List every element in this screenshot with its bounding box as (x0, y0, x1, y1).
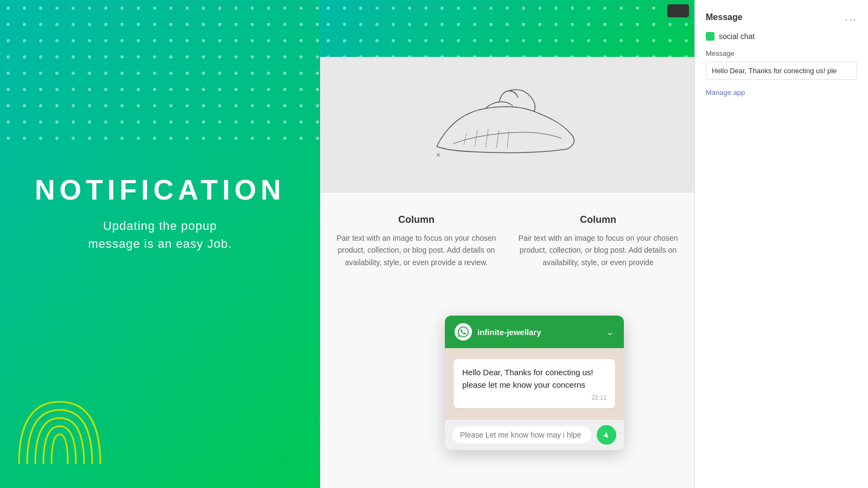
left-panel: NOTIFICATION Updating the popup message … (0, 0, 320, 488)
manage-app-link[interactable]: Manage app (706, 88, 857, 97)
message-section-label: Message (706, 49, 857, 57)
columns-area: Column Pair text with an image to focus … (320, 192, 694, 290)
svg-rect-1 (0, 0, 320, 146)
whatsapp-store-name: infinite-jewellary (477, 328, 541, 337)
top-dot-bar (320, 0, 694, 57)
message-bubble-text: Hello Dear, Thanks for conecting us! ple… (462, 367, 607, 391)
send-icon: ➤ (600, 429, 612, 441)
product-image-area: ✕ (320, 57, 694, 192)
sidebar-panel: Message ... social chat Message Manage a… (694, 0, 868, 488)
column-1: Column Pair text with an image to focus … (336, 214, 496, 268)
social-chat-icon (706, 32, 714, 41)
whatsapp-messages-area: Hello Dear, Thanks for conecting us! ple… (445, 348, 624, 419)
sidebar-header: Message ... (706, 11, 857, 23)
column-2-title: Column (518, 214, 678, 226)
social-chat-label: social chat (719, 32, 755, 41)
svg-rect-3 (320, 0, 694, 57)
whatsapp-message-input[interactable] (452, 426, 591, 444)
whatsapp-logo-icon (455, 323, 472, 341)
whatsapp-header: infinite-jewellary ⌄ (445, 316, 624, 348)
whatsapp-header-left: infinite-jewellary (455, 323, 541, 341)
column-1-text: Pair text with an image to focus on your… (336, 232, 496, 268)
left-content: NOTIFICATION Updating the popup message … (0, 174, 320, 253)
sidebar-title: Message (706, 12, 743, 22)
arch-decoration (16, 367, 103, 477)
whatsapp-input-area: ➤ (445, 419, 624, 450)
notification-subtitle: Updating the popup message is an easy Jo… (22, 217, 298, 253)
top-bar-button[interactable] (667, 4, 689, 17)
sidebar-menu-dots[interactable]: ... (845, 11, 857, 23)
send-message-button[interactable]: ➤ (597, 425, 616, 445)
column-2: Column Pair text with an image to focus … (518, 214, 678, 268)
whatsapp-popup: infinite-jewellary ⌄ Hello Dear, Thanks … (445, 316, 624, 450)
message-bubble: Hello Dear, Thanks for conecting us! ple… (454, 359, 615, 408)
message-input[interactable] (706, 62, 857, 80)
column-1-title: Column (336, 214, 496, 226)
notification-title: NOTIFICATION (22, 174, 298, 206)
social-chat-badge: social chat (706, 32, 857, 41)
message-time: 22:11 (462, 394, 607, 401)
right-panel: ✕ Column Pair text with an image to focu… (320, 0, 868, 488)
dot-pattern-top (0, 0, 320, 146)
column-2-text: Pair text with an image to focus on your… (518, 232, 678, 268)
whatsapp-chevron-icon[interactable]: ⌄ (606, 326, 614, 338)
shoe-image: ✕ (420, 76, 594, 174)
svg-text:✕: ✕ (436, 151, 441, 159)
